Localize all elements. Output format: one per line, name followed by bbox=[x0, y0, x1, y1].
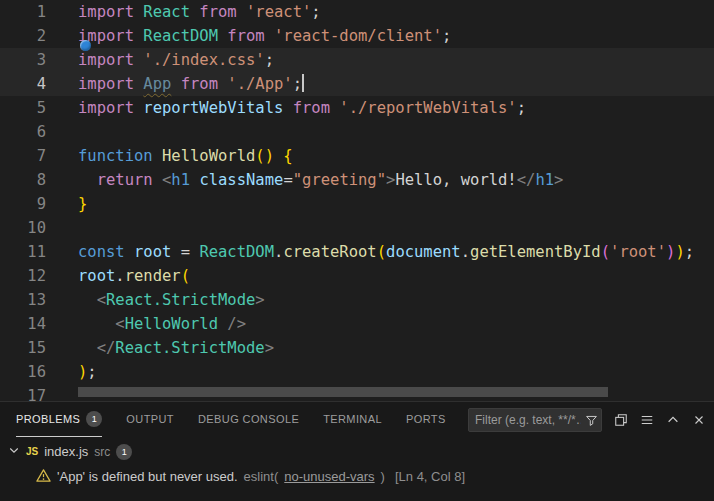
line-number[interactable]: 9 bbox=[0, 192, 46, 216]
code-text: return <h1 className="greeting">Hello, w… bbox=[78, 168, 563, 192]
code-line[interactable]: 9} bbox=[0, 192, 714, 216]
panel-tab-debug-console[interactable]: DEBUG CONSOLE bbox=[198, 402, 299, 437]
panel-tab-ports[interactable]: PORTS bbox=[406, 402, 446, 437]
code-line[interactable]: 6 bbox=[0, 120, 714, 144]
line-number[interactable]: 12 bbox=[0, 264, 46, 288]
horizontal-scrollbar[interactable] bbox=[78, 387, 608, 397]
code-text: import reportWebVitals from './reportWeb… bbox=[78, 96, 526, 120]
code-text: ); bbox=[78, 360, 97, 384]
panel-tab-problems[interactable]: PROBLEMS1 bbox=[16, 402, 102, 437]
problem-source: eslint( bbox=[244, 469, 279, 484]
code-line[interactable]: 4import App from './App'; bbox=[0, 72, 714, 96]
problems-filter[interactable] bbox=[468, 408, 602, 432]
tab-badge: 1 bbox=[86, 411, 102, 427]
code-line[interactable]: 13 <React.StrictMode> bbox=[0, 288, 714, 312]
panel-tab-terminal[interactable]: TERMINAL bbox=[323, 402, 382, 437]
line-number[interactable]: 5 bbox=[0, 96, 46, 120]
code-line[interactable]: 2import ReactDOM from 'react-dom/client'… bbox=[0, 24, 714, 48]
file-name: index.js bbox=[44, 444, 88, 459]
line-number[interactable]: 17 bbox=[0, 384, 46, 401]
chevron-up-icon[interactable] bbox=[666, 413, 680, 427]
line-number[interactable]: 2 bbox=[0, 24, 46, 48]
code-text: import ReactDOM from 'react-dom/client'; bbox=[78, 24, 451, 48]
line-number[interactable]: 3 bbox=[0, 48, 46, 72]
code-text: root.render( bbox=[78, 264, 190, 288]
text-cursor bbox=[302, 74, 304, 92]
code-text: import App from './App'; bbox=[78, 72, 304, 96]
code-text: <HelloWorld /> bbox=[78, 312, 246, 336]
line-number[interactable]: 15 bbox=[0, 336, 46, 360]
tab-label: PORTS bbox=[406, 413, 446, 425]
line-number[interactable]: 1 bbox=[0, 0, 46, 24]
problem-source-close: ) bbox=[381, 469, 385, 484]
tab-label: PROBLEMS bbox=[16, 413, 80, 425]
code-line[interactable]: 7function HelloWorld() { bbox=[0, 144, 714, 168]
problem-item[interactable]: 'App' is defined but never used. eslint(… bbox=[0, 464, 714, 489]
code-text: const root = ReactDOM.createRoot(documen… bbox=[78, 240, 694, 264]
code-text: function HelloWorld() { bbox=[78, 144, 293, 168]
line-number[interactable]: 7 bbox=[0, 144, 46, 168]
code-text: <React.StrictMode> bbox=[78, 288, 265, 312]
code-area: 1import React from 'react';2import React… bbox=[0, 0, 714, 401]
bottom-panel: PROBLEMS1OUTPUTDEBUG CONSOLETERMINALPORT… bbox=[0, 401, 714, 501]
code-line[interactable]: 8 return <h1 className="greeting">Hello,… bbox=[0, 168, 714, 192]
code-line[interactable]: 3import './index.css'; bbox=[0, 48, 714, 72]
tab-label: OUTPUT bbox=[126, 413, 174, 425]
problem-rule-link[interactable]: no-unused-vars bbox=[284, 469, 374, 484]
code-editor[interactable]: 1import React from 'react';2import React… bbox=[0, 0, 714, 401]
code-line[interactable]: 12root.render( bbox=[0, 264, 714, 288]
code-text: import './index.css'; bbox=[78, 48, 274, 72]
filter-input[interactable] bbox=[468, 408, 602, 432]
chevron-down-icon[interactable] bbox=[8, 444, 20, 459]
filter-icon[interactable] bbox=[585, 413, 598, 431]
panel-tab-bar: PROBLEMS1OUTPUTDEBUG CONSOLETERMINALPORT… bbox=[0, 402, 714, 437]
problems-file-row[interactable]: JS index.js src 1 bbox=[0, 439, 714, 464]
code-text: } bbox=[78, 192, 87, 216]
warning-icon bbox=[36, 468, 51, 486]
file-path: src bbox=[94, 445, 110, 459]
panel-actions bbox=[468, 408, 706, 432]
line-number[interactable]: 6 bbox=[0, 120, 46, 144]
code-line[interactable]: 14 <HelloWorld /> bbox=[0, 312, 714, 336]
code-text: </React.StrictMode> bbox=[78, 336, 274, 360]
problem-count-badge: 1 bbox=[116, 444, 132, 460]
code-line[interactable]: 11const root = ReactDOM.createRoot(docum… bbox=[0, 240, 714, 264]
code-text: import React from 'react'; bbox=[78, 0, 321, 24]
line-number[interactable]: 11 bbox=[0, 240, 46, 264]
panel-tab-output[interactable]: OUTPUT bbox=[126, 402, 174, 437]
js-file-icon: JS bbox=[26, 446, 38, 457]
close-panel-icon[interactable] bbox=[692, 413, 706, 427]
code-line[interactable]: 16); bbox=[0, 360, 714, 384]
line-number[interactable]: 16 bbox=[0, 360, 46, 384]
tab-label: DEBUG CONSOLE bbox=[198, 413, 299, 425]
line-number[interactable]: 14 bbox=[0, 312, 46, 336]
list-view-icon[interactable] bbox=[640, 413, 654, 427]
line-number[interactable]: 13 bbox=[0, 288, 46, 312]
split-panel-icon[interactable] bbox=[614, 413, 628, 427]
code-line[interactable]: 15 </React.StrictMode> bbox=[0, 336, 714, 360]
problems-tree: JS index.js src 1 'App' is defined but n… bbox=[0, 437, 714, 489]
code-line[interactable]: 1import React from 'react'; bbox=[0, 0, 714, 24]
panel-tabs: PROBLEMS1OUTPUTDEBUG CONSOLETERMINALPORT… bbox=[16, 402, 446, 437]
blue-dot-decoration-icon bbox=[80, 40, 91, 51]
code-line[interactable]: 10 bbox=[0, 216, 714, 240]
code-line[interactable]: 5import reportWebVitals from './reportWe… bbox=[0, 96, 714, 120]
tab-label: TERMINAL bbox=[323, 413, 382, 425]
problem-location: [Ln 4, Col 8] bbox=[395, 469, 465, 484]
line-number[interactable]: 4 bbox=[0, 72, 46, 96]
problem-message: 'App' is defined but never used. bbox=[57, 469, 238, 484]
line-number[interactable]: 8 bbox=[0, 168, 46, 192]
line-number[interactable]: 10 bbox=[0, 216, 46, 240]
